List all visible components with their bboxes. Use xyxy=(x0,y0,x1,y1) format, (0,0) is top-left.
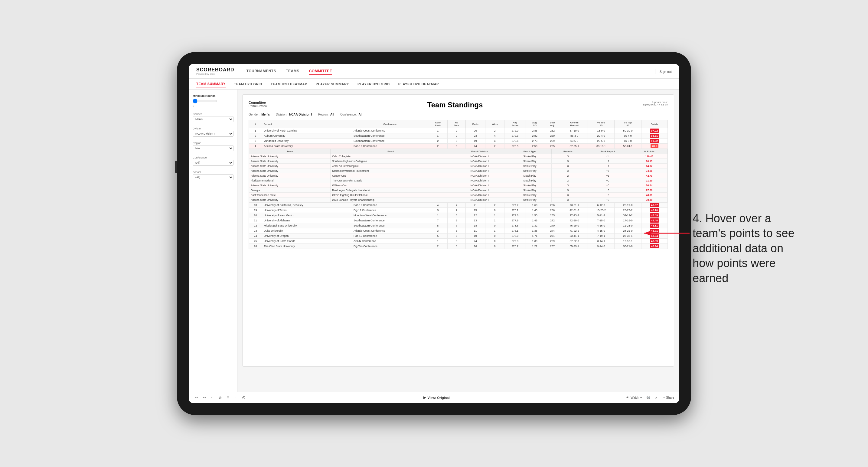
sub-nav-player-summary[interactable]: PLAYER SUMMARY xyxy=(316,81,349,87)
nav-links: TOURNAMENTS TEAMS COMMITTEE xyxy=(247,68,654,75)
back-icon[interactable]: ← xyxy=(210,395,215,401)
eye-icon: 👁 xyxy=(626,396,629,399)
sub-nav-team-h2h-heatmap[interactable]: TEAM H2H HEATMAP xyxy=(271,81,307,87)
comment-button[interactable]: 💬 xyxy=(647,396,650,399)
table-row: 18 University of California, Berkeley Pa… xyxy=(249,203,668,208)
col-vs25: Vs Top25 xyxy=(588,120,614,128)
col-rank: # xyxy=(249,120,262,128)
sub-nav-team-h2h-grid[interactable]: TEAM H2H GRID xyxy=(234,81,262,87)
sidebar-min-rounds: Minimum Rounds 0 xyxy=(193,94,234,108)
filter-region-label: Region: xyxy=(318,113,329,116)
gender-label: Gender xyxy=(193,113,234,116)
sign-out-sep: | xyxy=(654,69,656,74)
view-original-button[interactable]: ▶ View: Original xyxy=(424,396,450,400)
expanded-detail-row: Arizona State University Amer An Interco… xyxy=(249,164,668,168)
filter-conference-value: All xyxy=(359,113,362,116)
division-label: Division xyxy=(193,127,234,130)
sidebar-school: School (All) xyxy=(193,170,234,180)
update-time-value: 13/03/2024 10:03:42 xyxy=(643,104,668,107)
division-select[interactable]: NCAA Division I xyxy=(193,131,234,137)
exp-col-wpoints: W Points xyxy=(631,149,668,154)
portal-info: Committee Portal Review xyxy=(249,101,267,108)
table-row: 22 Mississippi State University Southeas… xyxy=(249,223,668,228)
clock-icon[interactable]: ⏱ xyxy=(241,395,247,401)
filter-gender-value: Men's xyxy=(261,113,270,116)
expanded-detail-row: Florida International The Cypress Point … xyxy=(249,178,668,183)
sub-nav-team-summary[interactable]: TEAM SUMMARY xyxy=(196,81,226,87)
standings-title: Team Standings xyxy=(427,101,483,109)
col-vs50: Vs Top50 xyxy=(615,120,641,128)
sub-nav-player-h2h-grid[interactable]: PLAYER H2H GRID xyxy=(358,81,390,87)
tablet-frame: SCOREBOARD Powered by clipp TOURNAMENTS … xyxy=(177,52,691,415)
region-label: Region xyxy=(193,142,234,145)
exp-col-event: Event xyxy=(331,149,451,154)
conference-label: Conference xyxy=(193,156,234,159)
col-bnds: Bnds xyxy=(465,120,485,128)
col-conference: Conference xyxy=(352,120,428,128)
crop-icon[interactable]: ⊞ xyxy=(225,395,231,401)
sub-nav-player-h2h-heatmap[interactable]: PLAYER H2H HEATMAP xyxy=(398,81,439,87)
sidebar-region: Region N/A xyxy=(193,142,234,151)
nav-tournaments[interactable]: TOURNAMENTS xyxy=(247,68,276,75)
nav-teams[interactable]: TEAMS xyxy=(286,68,300,75)
separator-icon: · xyxy=(233,395,239,401)
expanded-detail-row: Arizona State University Copper Cup NCAA… xyxy=(249,173,668,178)
filter-division-label: Division: xyxy=(276,113,287,116)
share-button[interactable]: ↗ Share xyxy=(662,396,674,399)
sign-out-area: | Sign out xyxy=(654,69,672,74)
table-row: 21 University of Alabama Southeastern Co… xyxy=(249,218,668,223)
exp-col-div: Event Division xyxy=(451,149,508,154)
top-nav: SCOREBOARD Powered by clipp TOURNAMENTS … xyxy=(189,64,679,79)
redo-icon[interactable]: ↪ xyxy=(202,395,207,401)
expand-button[interactable]: ⤢ xyxy=(655,396,657,399)
sign-out-button[interactable]: Sign out xyxy=(660,70,672,73)
col-adj-score: Adj.Score xyxy=(504,120,526,128)
watch-button[interactable]: 👁 Watch ▾ xyxy=(626,396,642,399)
filter-gender: Gender: Men's xyxy=(249,113,270,116)
sidebar-conference: Conference (All) xyxy=(193,156,234,166)
filters-row: Gender: Men's Division: NCAA Division I … xyxy=(249,113,668,116)
view-icon: ▶ xyxy=(424,396,426,400)
table-row: 25 University of North Florida ASUN Conf… xyxy=(249,239,668,244)
tablet-screen: SCOREBOARD Powered by clipp TOURNAMENTS … xyxy=(189,64,679,403)
sidebar-gender: Gender Men's Women's xyxy=(193,113,234,122)
logo-text: SCOREBOARD xyxy=(196,67,235,72)
filter-division-value: NCAA Division I xyxy=(289,113,312,116)
expanded-detail-row: Arizona State University Cabo Collegiate… xyxy=(249,154,668,159)
school-label: School xyxy=(193,170,234,174)
share-icon: ↗ xyxy=(662,396,665,399)
nav-committee[interactable]: COMMITTEE xyxy=(309,68,332,75)
logo-area: SCOREBOARD Powered by clipp xyxy=(196,67,235,75)
table-row: 2 Auburn University Southeastern Confere… xyxy=(249,133,668,138)
filter-region: Region: All xyxy=(318,113,334,116)
zoom-icon[interactable]: ⊕ xyxy=(217,395,223,401)
undo-icon[interactable]: ↩ xyxy=(194,395,199,401)
update-label: Update time: xyxy=(652,101,668,104)
col-conf-rank: ConfRank xyxy=(428,120,447,128)
sidebar: Minimum Rounds 0 Gender Men's Women's Di… xyxy=(189,90,238,392)
table-row-highlighted: 4 Arizona State University Pac-12 Confer… xyxy=(249,144,668,149)
col-avg-sg: Avg.SG xyxy=(526,120,544,128)
min-rounds-label: Minimum Rounds xyxy=(193,94,234,97)
col-wins: Wins xyxy=(485,120,504,128)
logo-sub: Powered by clipp xyxy=(196,72,235,75)
school-select[interactable]: (All) xyxy=(193,174,234,180)
expanded-detail-row: Georgia Ben Hogan Collegiate Invitationa… xyxy=(249,188,668,193)
content-area: Committee Portal Review Team Standings U… xyxy=(238,90,679,392)
conference-select[interactable]: (All) xyxy=(193,160,234,166)
expanded-detail-row: Arizona State University Southern Highla… xyxy=(249,159,668,164)
expanded-detail-row: Arizona State University National Invita… xyxy=(249,168,668,173)
filter-division: Division: NCAA Division I xyxy=(276,113,312,116)
comment-icon: 💬 xyxy=(647,396,650,399)
filter-gender-label: Gender: xyxy=(249,113,259,116)
col-overall: OverallRecord xyxy=(561,120,588,128)
gender-select[interactable]: Men's Women's xyxy=(193,116,234,122)
sidebar-division: Division NCAA Division I xyxy=(193,127,234,137)
report-header: Committee Portal Review Team Standings U… xyxy=(249,101,668,109)
arrow-indicator xyxy=(641,224,695,242)
region-select[interactable]: N/A xyxy=(193,145,234,151)
col-school: School xyxy=(262,120,352,128)
min-rounds-slider[interactable] xyxy=(193,99,217,103)
report-container: Committee Portal Review Team Standings U… xyxy=(242,94,674,367)
table-row: 23 Duke University Atlantic Coast Confer… xyxy=(249,228,668,234)
